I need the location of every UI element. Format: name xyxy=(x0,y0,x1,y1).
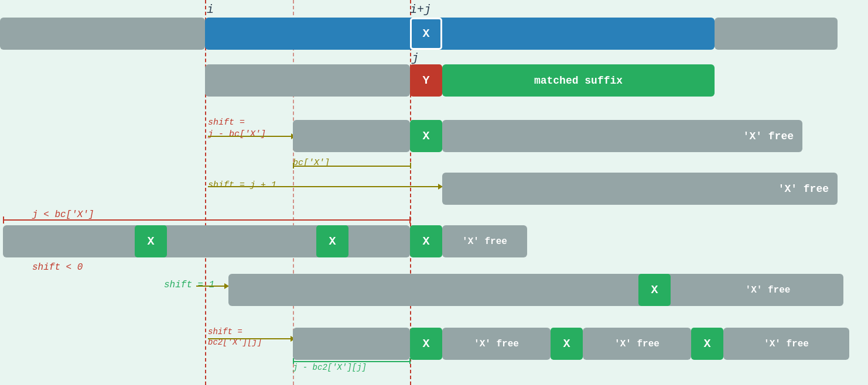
label-shift-1: shift = 1 xyxy=(164,280,214,290)
arrow-shift-bc xyxy=(208,136,296,137)
bar-gray-row2-left xyxy=(205,64,410,97)
bracket-j-lt-bc-left xyxy=(3,216,4,224)
cell-x-row3: X xyxy=(410,120,442,152)
x-free-text-5: 'X' free xyxy=(474,339,519,349)
label-j-bc2: j - bc2['X'][j] xyxy=(293,363,367,372)
cell-x-row5-c: X xyxy=(410,225,442,257)
arrow-bc2 xyxy=(208,338,295,339)
bar-gray-row5-left xyxy=(3,225,410,257)
label-i-plus-j: i+j xyxy=(410,3,431,16)
cell-x-row1: X xyxy=(410,18,442,50)
bar-gray-row5-right: 'X' free xyxy=(442,225,527,257)
bar-gray-row4: 'X' free xyxy=(442,173,838,205)
x-free-row6-container: 'X' free xyxy=(671,274,865,306)
bracket-bc-x-left-tick xyxy=(293,163,294,169)
label-shift-bc2: shift =bc2['X'][j] xyxy=(208,326,262,348)
vline-mid xyxy=(293,0,294,385)
matched-suffix-text: matched suffix xyxy=(442,75,715,87)
vline-i-plus-j xyxy=(410,0,411,385)
bar-gray-row7-seg1: 'X' free xyxy=(442,328,551,360)
cell-x-row5-a: X xyxy=(135,225,167,257)
cell-x-row6: X xyxy=(638,274,671,306)
cell-x-row7-b: X xyxy=(551,328,583,360)
bar-gray-row7-seg2: 'X' free xyxy=(583,328,691,360)
cell-y-row2: Y xyxy=(410,64,442,97)
bracket-bc-x xyxy=(293,166,410,167)
label-i: i xyxy=(207,3,214,16)
bar-gray-top-right xyxy=(715,18,838,50)
label-j: j xyxy=(412,51,419,65)
bar-gray-top-left xyxy=(0,18,205,50)
bar-blue-top xyxy=(205,18,715,50)
x-free-text-6: 'X' free xyxy=(614,339,659,349)
x-free-text-7: 'X' free xyxy=(764,339,809,349)
bar-matched-suffix: matched suffix xyxy=(442,64,715,97)
bar-gray-row3-right: 'X' free xyxy=(442,120,802,152)
arrow-shift-j1 xyxy=(208,186,442,187)
cell-x-row7-a: X xyxy=(410,328,442,360)
arrow-shift-1 xyxy=(196,286,228,287)
bracket-j-lt-bc-right xyxy=(409,216,411,224)
bracket-j-lt-bc xyxy=(3,219,410,221)
label-shift-j-plus-1: shift = j + 1 xyxy=(208,180,276,190)
bracket-j-bc2 xyxy=(293,361,410,362)
vline-i xyxy=(205,0,206,385)
cell-x-row7-c: X xyxy=(691,328,723,360)
x-free-text-1: 'X' free xyxy=(743,130,794,142)
cell-x-row5-b: X xyxy=(316,225,348,257)
bar-gray-row7-left xyxy=(293,328,410,360)
x-free-text-4: 'X' free xyxy=(746,285,791,295)
x-free-text-2: 'X' free xyxy=(778,183,829,195)
label-shift-lt-0: shift < 0 xyxy=(32,262,83,273)
x-free-text-3: 'X' free xyxy=(462,236,507,247)
label-j-lt-bc: j < bc['X'] xyxy=(32,209,94,220)
bracket-bc-x-right-tick xyxy=(410,163,411,169)
main-canvas: X i i+j Y matched suffix j shift =j - bc… xyxy=(0,0,868,385)
bar-gray-row7-seg3: 'X' free xyxy=(723,328,849,360)
bar-gray-row3-left xyxy=(293,120,410,152)
